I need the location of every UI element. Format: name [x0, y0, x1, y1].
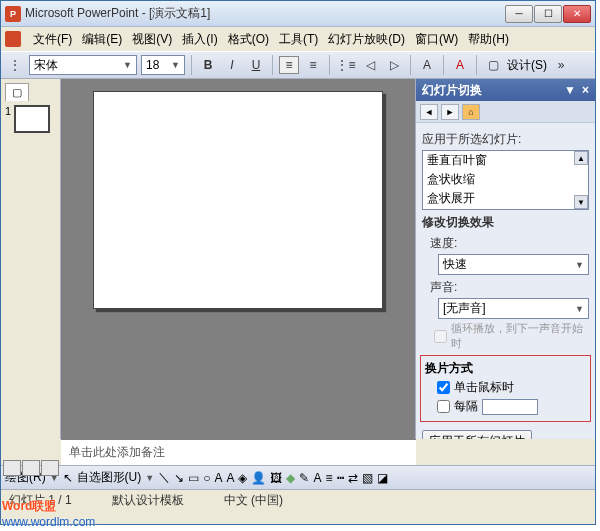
oval-tool[interactable]: ○ — [203, 471, 210, 485]
slideshow-view-button[interactable] — [41, 460, 59, 476]
menu-format[interactable]: 格式(O) — [224, 29, 273, 50]
minimize-button[interactable]: ─ — [505, 5, 533, 23]
slide-canvas[interactable] — [93, 91, 383, 309]
dash-style-tool[interactable]: ┅ — [337, 471, 344, 485]
menu-edit[interactable]: 编辑(E) — [78, 29, 126, 50]
menu-window[interactable]: 窗口(W) — [411, 29, 462, 50]
line-color-tool[interactable]: ✎ — [299, 471, 309, 485]
sound-value: [无声音] — [443, 300, 486, 317]
font-size-up-button[interactable]: A — [417, 55, 437, 75]
wordart-tool[interactable]: A — [226, 471, 234, 485]
loop-label: 循环播放，到下一声音开始时 — [451, 321, 589, 351]
menu-insert[interactable]: 插入(I) — [178, 29, 221, 50]
list-item[interactable]: 盒状收缩 — [423, 170, 574, 189]
every-label: 每隔 — [454, 398, 478, 415]
underline-button[interactable]: U — [246, 55, 266, 75]
app-icon: P — [5, 6, 21, 22]
font-color-button[interactable]: A — [450, 55, 470, 75]
menu-help[interactable]: 帮助(H) — [464, 29, 513, 50]
line-style-tool[interactable]: ≡ — [325, 471, 332, 485]
font-combo[interactable]: 宋体▼ — [29, 55, 137, 75]
design-button[interactable]: ▢ — [483, 55, 503, 75]
align-center-button[interactable]: ≡ — [303, 55, 323, 75]
menu-bar: 文件(F) 编辑(E) 视图(V) 插入(I) 格式(O) 工具(T) 幻灯片放… — [1, 27, 595, 51]
doc-icon — [5, 31, 21, 47]
sorter-view-button[interactable] — [22, 460, 40, 476]
list-item[interactable]: 垂直百叶窗 — [423, 151, 574, 170]
3d-tool[interactable]: ◪ — [377, 471, 388, 485]
outdent-button[interactable]: ◁ — [360, 55, 380, 75]
window-title: Microsoft PowerPoint - [演示文稿1] — [25, 5, 505, 22]
maximize-button[interactable]: ☐ — [534, 5, 562, 23]
menu-view[interactable]: 视图(V) — [128, 29, 176, 50]
size-value: 18 — [146, 58, 159, 72]
status-lang: 中文 (中国) — [224, 492, 283, 509]
toolbar-handle-icon[interactable]: ⋮ — [5, 55, 25, 75]
notes-pane[interactable]: 单击此处添加备注 — [61, 439, 416, 465]
loop-checkbox — [434, 330, 447, 343]
diagram-tool[interactable]: ◈ — [238, 471, 247, 485]
rect-tool[interactable]: ▭ — [188, 471, 199, 485]
modify-label: 修改切换效果 — [422, 214, 589, 231]
menu-file[interactable]: 文件(F) — [29, 29, 76, 50]
on-click-checkbox[interactable] — [437, 381, 450, 394]
scroll-up-icon[interactable]: ▲ — [574, 151, 588, 165]
thumbnail-pane: ▢ 1 — [1, 79, 61, 439]
design-label[interactable]: 设计(S) — [507, 57, 547, 74]
list-item[interactable]: 盒状展开 — [423, 189, 574, 208]
on-click-label: 单击鼠标时 — [454, 379, 514, 396]
notes-placeholder: 单击此处添加备注 — [69, 445, 165, 459]
size-combo[interactable]: 18▼ — [141, 55, 185, 75]
transition-list[interactable]: 垂直百叶窗 盒状收缩 盒状展开 ▲ ▼ — [422, 150, 589, 210]
indent-button[interactable]: ▷ — [384, 55, 404, 75]
font-color-tool[interactable]: A — [313, 471, 321, 485]
slide-editor[interactable] — [61, 79, 415, 439]
nav-back-button[interactable]: ◄ — [420, 104, 438, 120]
format-toolbar: ⋮ 宋体▼ 18▼ B I U ≡ ≡ ⋮≡ ◁ ▷ A A ▢ 设计(S) » — [1, 51, 595, 79]
toolbar-overflow-icon[interactable]: » — [551, 55, 571, 75]
sound-combo[interactable]: [无声音]▼ — [438, 298, 589, 319]
picture-tool[interactable]: 🖼 — [270, 471, 282, 485]
status-template: 默认设计模板 — [112, 492, 184, 509]
clipart-tool[interactable]: 👤 — [251, 471, 266, 485]
slides-tab[interactable]: ▢ — [5, 83, 29, 101]
nav-home-button[interactable]: ⌂ — [462, 104, 480, 120]
drawing-toolbar: 绘图(R)▼ ↖ 自选图形(U)▼ ＼ ↘ ▭ ○ A A ◈ 👤 🖼 ◆ ✎ … — [1, 465, 595, 489]
autoshapes-menu[interactable]: 自选图形(U) — [77, 469, 142, 486]
menu-slideshow[interactable]: 幻灯片放映(D) — [324, 29, 409, 50]
task-pane: 幻灯片切换 ▼ × ◄ ► ⌂ 应用于所选幻灯片: 垂直百叶窗 盒状收缩 盒状展… — [415, 79, 595, 439]
arrow-tool[interactable]: ↘ — [174, 471, 184, 485]
taskpane-title: 幻灯片切换 — [422, 82, 482, 99]
taskpane-close-icon[interactable]: × — [582, 83, 589, 97]
speed-combo[interactable]: 快速▼ — [438, 254, 589, 275]
close-button[interactable]: ✕ — [563, 5, 591, 23]
bold-button[interactable]: B — [198, 55, 218, 75]
status-bar: 幻灯片 1 / 1 默认设计模板 中文 (中国) — [1, 489, 595, 511]
font-value: 宋体 — [34, 57, 58, 74]
normal-view-button[interactable] — [3, 460, 21, 476]
status-slide: 幻灯片 1 / 1 — [9, 492, 72, 509]
fill-color-tool[interactable]: ◆ — [286, 471, 295, 485]
every-spinner[interactable] — [482, 399, 538, 415]
slide-thumbnail[interactable] — [14, 105, 50, 133]
advance-label: 换片方式 — [425, 360, 586, 377]
every-checkbox[interactable] — [437, 400, 450, 413]
select-tool[interactable]: ↖ — [63, 471, 73, 485]
speed-label: 速度: — [430, 235, 589, 252]
speed-value: 快速 — [443, 256, 467, 273]
sound-label: 声音: — [430, 279, 589, 296]
bullets-button[interactable]: ⋮≡ — [336, 55, 356, 75]
shadow-tool[interactable]: ▧ — [362, 471, 373, 485]
menu-tools[interactable]: 工具(T) — [275, 29, 322, 50]
align-left-button[interactable]: ≡ — [279, 56, 299, 74]
taskpane-menu-icon[interactable]: ▼ — [564, 83, 576, 97]
apply-all-button[interactable]: 应用于所有幻灯片 — [422, 430, 532, 439]
slide-number: 1 — [5, 105, 11, 133]
nav-fwd-button[interactable]: ► — [441, 104, 459, 120]
line-tool[interactable]: ＼ — [158, 469, 170, 486]
apply-label: 应用于所选幻灯片: — [422, 131, 589, 148]
italic-button[interactable]: I — [222, 55, 242, 75]
scroll-down-icon[interactable]: ▼ — [574, 195, 588, 209]
arrow-style-tool[interactable]: ⇄ — [348, 471, 358, 485]
textbox-tool[interactable]: A — [214, 471, 222, 485]
